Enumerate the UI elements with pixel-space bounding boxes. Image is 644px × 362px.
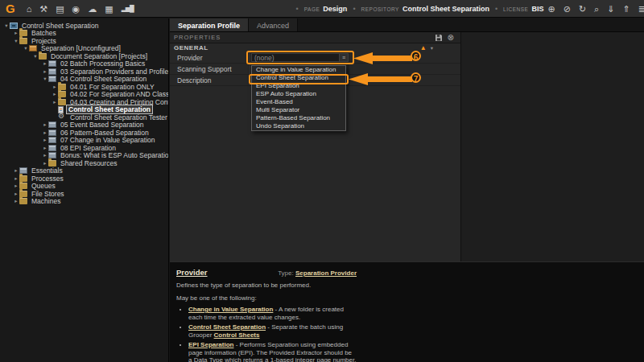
expander-icon[interactable]: ▸: [52, 84, 58, 90]
property-value-cell: (none) ≡: [250, 52, 349, 63]
warning-icon: ▲: [420, 45, 427, 51]
tree-node[interactable]: ▸ File Stores: [0, 190, 168, 198]
breadcrumb-item: REPOSITORY Control Sheet Separation: [347, 5, 489, 13]
help-link[interactable]: EPI Separation: [188, 341, 233, 348]
tree-node-label: Batches: [30, 29, 58, 37]
help-link[interactable]: Control Sheet Separation: [188, 323, 266, 331]
dropdown-option[interactable]: EPI Separation: [252, 82, 345, 90]
tree-node[interactable]: ▾ Separation [Unconfigured]: [0, 45, 168, 53]
grooper-logo-icon[interactable]: G: [0, 2, 23, 15]
expander-icon[interactable]: ▸: [13, 30, 19, 36]
save-icon[interactable]: [435, 34, 443, 42]
breadcrumb-value[interactable]: BIS: [531, 5, 543, 13]
tree-node[interactable]: Control Sheet Separation: [0, 106, 168, 114]
tree-node[interactable]: ▾ Control Sheet Separation: [0, 22, 168, 30]
dropdown-option[interactable]: Undo Separation: [252, 122, 345, 130]
tab[interactable]: Separation Profile: [170, 19, 249, 31]
collapse-caret-icon[interactable]: ▾: [431, 45, 433, 51]
tree-node[interactable]: ▸ Processes: [0, 175, 168, 183]
tree-node[interactable]: ▸ 02 Batch Processing Basics: [0, 60, 168, 68]
tree-node[interactable]: ▸ 03 Separation Providers and Profiles: [0, 68, 168, 76]
expander-icon[interactable]: ▾: [23, 45, 29, 51]
expander-icon[interactable]: ▸: [42, 68, 48, 75]
expander-icon[interactable]: ▸: [42, 121, 48, 128]
tree-node[interactable]: ▾ Projects: [0, 37, 168, 45]
expander-icon[interactable]: ▾: [3, 23, 10, 29]
tree-node-label: Separation [Unconfigured]: [39, 44, 122, 52]
tree-node[interactable]: ▸ Bonus: What is ESP Auto Separation?: [0, 152, 168, 160]
tree-node[interactable]: ▸ 04.01 For Separation ONLY: [0, 83, 168, 91]
expander-icon[interactable]: ▸: [42, 145, 48, 151]
dropdown-option[interactable]: ESP Auto Separation: [252, 90, 345, 98]
dropdown-option[interactable]: Control Sheet Separation: [252, 74, 345, 82]
expander-icon[interactable]: ▸: [42, 152, 48, 158]
expander-icon[interactable]: ▸: [52, 99, 58, 105]
expander-icon[interactable]: ▸: [42, 60, 48, 67]
breadcrumb-value[interactable]: Design: [323, 5, 347, 13]
tree-node[interactable]: ▸ 06 Pattern-Based Separation: [0, 129, 168, 137]
breadcrumb-label: REPOSITORY: [361, 6, 399, 12]
tree-node[interactable]: ▸ 05 Event Based Separation: [0, 121, 168, 130]
expander-icon[interactable]: ▸: [42, 160, 48, 167]
help-list-intro: May be one of the following:: [176, 294, 357, 302]
help-link[interactable]: Control Sheets: [214, 331, 260, 339]
tree-node-label: Shared Resources: [59, 159, 118, 167]
stats-icon[interactable]: ▂▅█: [122, 1, 134, 17]
provider-value: (none): [254, 54, 275, 62]
tree-node[interactable]: ▸ 07 Change in Value Separation: [0, 137, 168, 145]
camera-icon[interactable]: ◉: [72, 1, 80, 17]
expander-icon[interactable]: ▸: [13, 167, 19, 174]
dropdown-option[interactable]: Pattern-Based Separation: [252, 114, 345, 122]
tree-node[interactable]: ▸ Essentials: [0, 167, 168, 175]
tree-node[interactable]: ▸ Batches: [0, 30, 168, 38]
help-type-link[interactable]: Separation Provider: [295, 269, 357, 277]
close-icon[interactable]: ⊗: [448, 33, 454, 43]
database-icon[interactable]: ≣: [638, 1, 644, 17]
tree-node[interactable]: ▾ 04 Control Sheet Separation: [0, 76, 168, 84]
upload-icon[interactable]: ⇑: [622, 1, 630, 17]
disabled-icon[interactable]: ⊘: [564, 1, 571, 17]
tree-node-label: Machines: [30, 197, 62, 205]
property-row-provider: Provider (none) ≡: [170, 52, 460, 64]
tree-node[interactable]: ▸ 08 EPI Separation: [0, 144, 168, 152]
tools-icon[interactable]: ⚒: [39, 1, 47, 17]
breadcrumb-value[interactable]: Control Sheet Separation: [402, 5, 489, 13]
expander-icon[interactable]: ▸: [13, 183, 19, 189]
tree-node[interactable]: ▸ Queues: [0, 183, 168, 191]
dropdown-button-icon[interactable]: ≡: [339, 54, 348, 61]
expander-icon[interactable]: ▾: [32, 53, 39, 60]
add-icon[interactable]: ⊕: [547, 1, 555, 17]
apps-icon[interactable]: ▦: [105, 1, 113, 17]
dropdown-option[interactable]: Multi Separator: [252, 106, 345, 114]
section-general[interactable]: GENERAL ▲ ▾: [170, 43, 460, 52]
dropdown-option[interactable]: Change in Value Separation: [252, 66, 345, 74]
tree-node[interactable]: ▸ Machines: [0, 198, 168, 206]
tree-node[interactable]: ▸ Shared Resources: [0, 159, 168, 167]
download-icon[interactable]: ⇓: [607, 1, 614, 17]
provider-field[interactable]: (none) ≡: [251, 53, 349, 62]
expander-icon[interactable]: ▾: [42, 76, 48, 82]
tab[interactable]: Advanced: [249, 19, 298, 31]
help-title-link[interactable]: Provider: [176, 268, 208, 277]
tree-node[interactable]: ▾ Document Separation [Projects]: [0, 52, 168, 60]
cloud-icon[interactable]: ☁: [88, 1, 97, 17]
breadcrumb-item: PAGE Design: [291, 5, 348, 13]
expander-icon[interactable]: ▸: [13, 175, 19, 182]
search-icon[interactable]: ⌕: [594, 1, 599, 17]
tree-node[interactable]: Control Sheet Separation Tester: [0, 113, 168, 121]
refresh-icon[interactable]: ↻: [579, 1, 586, 17]
help-link[interactable]: Change in Value Separation: [188, 306, 273, 313]
expander-icon[interactable]: ▸: [52, 91, 58, 97]
expander-icon[interactable]: ▾: [13, 38, 19, 44]
expander-icon[interactable]: ▸: [42, 130, 48, 136]
expander-icon[interactable]: ▸: [13, 191, 19, 197]
cube-orange-icon: [29, 45, 37, 51]
tree-node-label: File Stores: [30, 190, 66, 198]
dropdown-option[interactable]: Event-Based: [252, 98, 345, 106]
tree-node-label: 05 Event Based Separation: [59, 121, 146, 129]
tree-node[interactable]: ▸ 04.02 For Separation AND Classificatio…: [0, 91, 168, 99]
expander-icon[interactable]: ▸: [13, 198, 19, 204]
expander-icon[interactable]: ▸: [42, 137, 48, 143]
home-icon[interactable]: ⌂: [27, 1, 32, 17]
library-icon[interactable]: ▤: [56, 1, 64, 17]
